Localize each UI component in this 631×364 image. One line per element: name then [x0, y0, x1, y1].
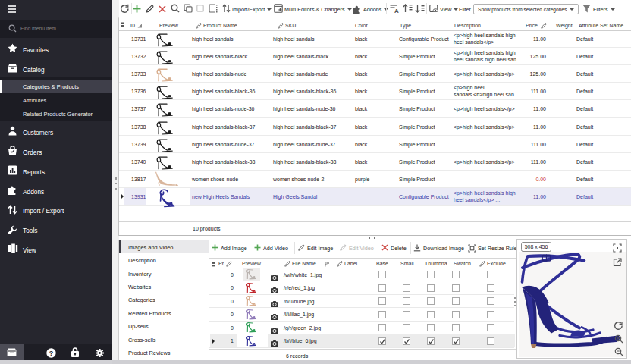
svg-text:A: A [394, 8, 399, 14]
svg-text:?: ? [49, 349, 54, 356]
